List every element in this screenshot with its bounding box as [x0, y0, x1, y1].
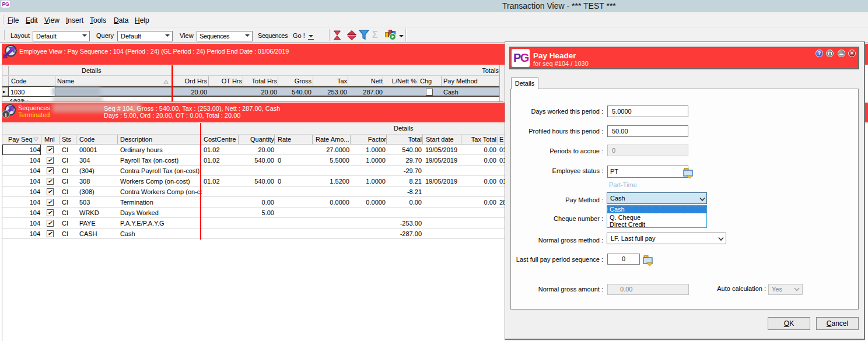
svg-text:i: i	[5, 111, 6, 118]
